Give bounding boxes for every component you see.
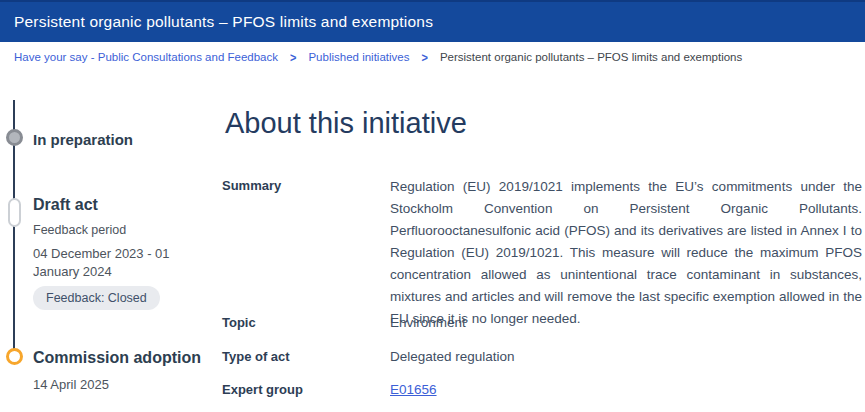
expert-group-label: Expert group bbox=[222, 382, 390, 397]
type-of-act-value: Delegated regulation bbox=[390, 349, 862, 364]
chevron-right-icon: > bbox=[290, 50, 296, 64]
chevron-right-icon: > bbox=[421, 50, 427, 64]
summary-label: Summary bbox=[222, 178, 390, 330]
type-of-act-label: Type of act bbox=[222, 349, 390, 364]
feedback-status-badge: Feedback: Closed bbox=[33, 286, 160, 310]
topic-row: Topic Environment bbox=[222, 315, 862, 330]
breadcrumb: Have your say - Public Consultations and… bbox=[0, 42, 865, 72]
page-header: Persistent organic pollutants – PFOS lim… bbox=[0, 0, 865, 42]
feedback-period-label: Feedback period bbox=[33, 223, 126, 237]
type-of-act-row: Type of act Delegated regulation bbox=[222, 349, 862, 364]
topic-label: Topic bbox=[222, 315, 390, 330]
page-title: Persistent organic pollutants – PFOS lim… bbox=[14, 13, 433, 31]
feedback-period-dates: 04 December 2023 - 01 January 2024 bbox=[33, 245, 195, 281]
breadcrumb-have-your-say[interactable]: Have your say - Public Consultations and… bbox=[14, 51, 278, 63]
stage-commission-adoption-title: Commission adoption bbox=[33, 349, 201, 367]
stage-marker-commission-adoption-circle-icon bbox=[6, 348, 23, 365]
breadcrumb-current-page: Persistent organic pollutants – PFOS lim… bbox=[440, 51, 742, 63]
topic-value: Environment bbox=[390, 315, 862, 330]
stage-in-preparation-title: In preparation bbox=[33, 131, 133, 148]
expert-group-row: Expert group E01656 bbox=[222, 382, 862, 397]
summary-value: Regulation (EU) 2019/1021 implements the… bbox=[390, 176, 862, 330]
stage-marker-draft-act-pill-icon bbox=[8, 198, 21, 227]
expert-group-link[interactable]: E01656 bbox=[390, 382, 437, 397]
stage-marker-in-preparation-circle-icon bbox=[6, 129, 23, 146]
breadcrumb-published-initiatives[interactable]: Published initiatives bbox=[308, 51, 409, 63]
stage-draft-act-title: Draft act bbox=[33, 196, 98, 214]
about-initiative-heading: About this initiative bbox=[225, 107, 467, 140]
commission-adoption-date: 14 April 2025 bbox=[33, 377, 109, 392]
summary-row: Summary Regulation (EU) 2019/1021 implem… bbox=[222, 178, 862, 330]
